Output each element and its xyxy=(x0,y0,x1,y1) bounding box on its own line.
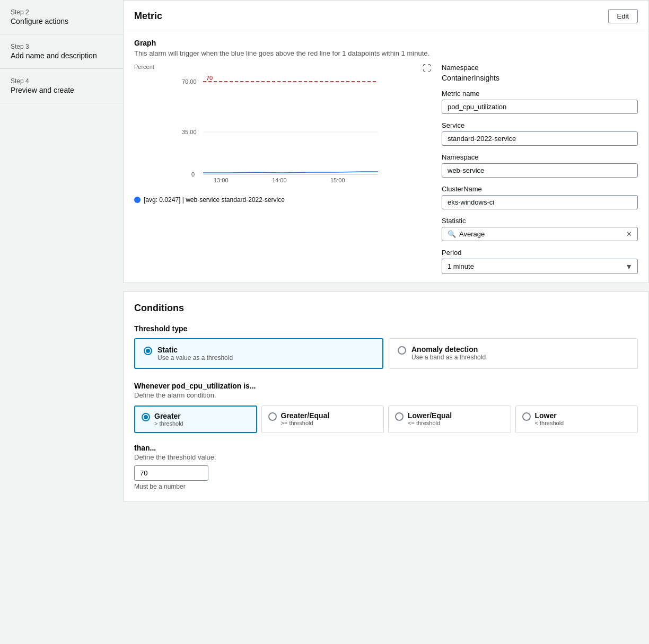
radio-anomaly xyxy=(398,346,406,355)
svg-text:15:00: 15:00 xyxy=(330,177,345,183)
sidebar: Step 2 Configure actions Step 3 Add name… xyxy=(0,0,123,644)
metric-card: Metric Edit Graph This alarm will trigge… xyxy=(123,0,649,283)
whenever-title: Whenever pod_cpu_utilization is... xyxy=(134,382,638,390)
period-select-wrapper: 1 minute 5 minutes 15 minutes 1 hour 6 h… xyxy=(442,259,638,274)
sidebar-step-4-label: Preview and create xyxy=(11,86,112,94)
static-option-title: Static xyxy=(157,346,233,354)
period-select[interactable]: 1 minute 5 minutes 15 minutes 1 hour 6 h… xyxy=(442,259,638,274)
comparison-lower[interactable]: Lower < threshold xyxy=(515,405,638,433)
service-label: Service xyxy=(442,121,638,129)
than-subtitle: Define the threshold value. xyxy=(134,453,638,461)
sidebar-step-3-num: Step 3 xyxy=(11,43,112,50)
conditions-title: Conditions xyxy=(134,303,638,314)
service-group: Service xyxy=(442,121,638,146)
lower-title: Lower xyxy=(535,411,564,420)
graph-legend: [avg: 0.0247] | web-service standard-202… xyxy=(134,196,431,204)
sidebar-step-3-label: Add name and description xyxy=(11,51,112,60)
comparison-grid: Greater > threshold Greater/Equal >= thr… xyxy=(134,405,638,433)
sidebar-step-2-num: Step 2 xyxy=(11,8,112,16)
svg-text:0: 0 xyxy=(191,171,195,178)
namespace-group: Namespace ContainerInsights xyxy=(442,64,638,82)
radio-lower-equal xyxy=(395,412,404,421)
legend-text: [avg: 0.0247] | web-service standard-202… xyxy=(144,196,285,204)
greater-desc: > threshold xyxy=(154,420,183,427)
anomaly-option-desc: Use a band as a threshold xyxy=(411,354,486,361)
service-input[interactable] xyxy=(442,131,638,146)
radio-greater xyxy=(142,413,150,421)
namespace-label: Namespace xyxy=(442,64,638,72)
svg-text:14:00: 14:00 xyxy=(272,177,287,183)
radio-greater-equal xyxy=(268,412,277,421)
than-input[interactable] xyxy=(134,465,208,481)
metric-name-group: Metric name xyxy=(442,90,638,114)
namespace2-group: Namespace xyxy=(442,153,638,178)
graph-label: Graph xyxy=(134,39,638,47)
comparison-lower-equal[interactable]: Lower/Equal <= threshold xyxy=(388,405,511,433)
metric-edit-button[interactable]: Edit xyxy=(608,9,638,23)
radio-static xyxy=(144,347,152,355)
form-fields: Namespace ContainerInsights Metric name … xyxy=(442,64,638,274)
threshold-type-grid: Static Use a value as a threshold Anomal… xyxy=(134,338,638,369)
cluster-label: ClusterName xyxy=(442,185,638,193)
period-label: Period xyxy=(442,249,638,257)
lower-equal-title: Lower/Equal xyxy=(408,411,452,420)
metric-card-header: Metric Edit xyxy=(124,1,648,30)
greater-title: Greater xyxy=(154,412,183,420)
svg-text:13:00: 13:00 xyxy=(214,177,229,183)
main-content: Metric Edit Graph This alarm will trigge… xyxy=(123,0,649,644)
sidebar-step-4-num: Step 4 xyxy=(11,77,112,85)
sidebar-step-2-label: Configure actions xyxy=(11,17,112,25)
metric-name-input[interactable] xyxy=(442,100,638,114)
sidebar-step-configure[interactable]: Step 2 Configure actions xyxy=(0,0,123,34)
y-axis-label: Percent xyxy=(134,64,431,70)
greater-equal-title: Greater/Equal xyxy=(281,411,330,420)
sidebar-step-preview[interactable]: Step 4 Preview and create xyxy=(0,69,123,103)
statistic-input[interactable] xyxy=(459,230,626,238)
graph-area: ⛶ Percent 70.00 35.00 0 xyxy=(134,64,431,274)
search-icon: 🔍 xyxy=(448,230,456,238)
graph-description: This alarm will trigger when the blue li… xyxy=(134,49,638,57)
chart-svg: 70.00 35.00 0 70 13:00 14:00 xyxy=(134,71,431,193)
comparison-greater-equal[interactable]: Greater/Equal >= threshold xyxy=(261,405,384,433)
than-hint: Must be a number xyxy=(134,483,638,490)
metric-card-title: Metric xyxy=(134,11,162,22)
clear-icon[interactable]: ✕ xyxy=(626,230,632,238)
threshold-type-label: Threshold type xyxy=(134,324,638,333)
metric-name-label: Metric name xyxy=(442,90,638,98)
conditions-section: Conditions Threshold type Static Use a v… xyxy=(124,292,648,501)
statistic-label: Statistic xyxy=(442,217,638,225)
comparison-greater[interactable]: Greater > threshold xyxy=(134,405,257,433)
lower-equal-desc: <= threshold xyxy=(408,420,452,426)
conditions-card: Conditions Threshold type Static Use a v… xyxy=(123,292,649,501)
whenever-section: Whenever pod_cpu_utilization is... Defin… xyxy=(134,382,638,433)
statistic-input-wrapper[interactable]: 🔍 ✕ xyxy=(442,227,638,241)
static-option-desc: Use a value as a threshold xyxy=(157,354,233,361)
svg-text:35.00: 35.00 xyxy=(182,129,197,135)
graph-container: ⛶ Percent 70.00 35.00 0 xyxy=(134,64,638,274)
radio-lower xyxy=(522,412,531,421)
than-title: than... xyxy=(134,444,638,452)
namespace2-label: Namespace xyxy=(442,153,638,161)
svg-text:70.00: 70.00 xyxy=(182,78,197,85)
than-section: than... Define the threshold value. Must… xyxy=(134,444,638,490)
sidebar-step-name[interactable]: Step 3 Add name and description xyxy=(0,34,123,69)
period-group: Period 1 minute 5 minutes 15 minutes 1 h… xyxy=(442,249,638,274)
chart-wrapper: 70.00 35.00 0 70 13:00 14:00 xyxy=(134,71,431,193)
svg-text:70: 70 xyxy=(206,75,213,81)
legend-dot xyxy=(134,197,141,203)
anomaly-option-title: Anomaly detection xyxy=(411,345,486,354)
lower-desc: < threshold xyxy=(535,420,564,426)
whenever-subtitle: Define the alarm condition. xyxy=(134,391,638,399)
namespace2-input[interactable] xyxy=(442,163,638,178)
cluster-input[interactable] xyxy=(442,195,638,209)
greater-equal-desc: >= threshold xyxy=(281,420,330,426)
threshold-option-static[interactable]: Static Use a value as a threshold xyxy=(134,338,383,369)
graph-section: Graph This alarm will trigger when the b… xyxy=(124,30,648,283)
namespace-value: ContainerInsights xyxy=(442,74,638,82)
statistic-group: Statistic 🔍 ✕ xyxy=(442,217,638,241)
cluster-group: ClusterName xyxy=(442,185,638,209)
threshold-option-anomaly[interactable]: Anomaly detection Use a band as a thresh… xyxy=(389,338,638,369)
